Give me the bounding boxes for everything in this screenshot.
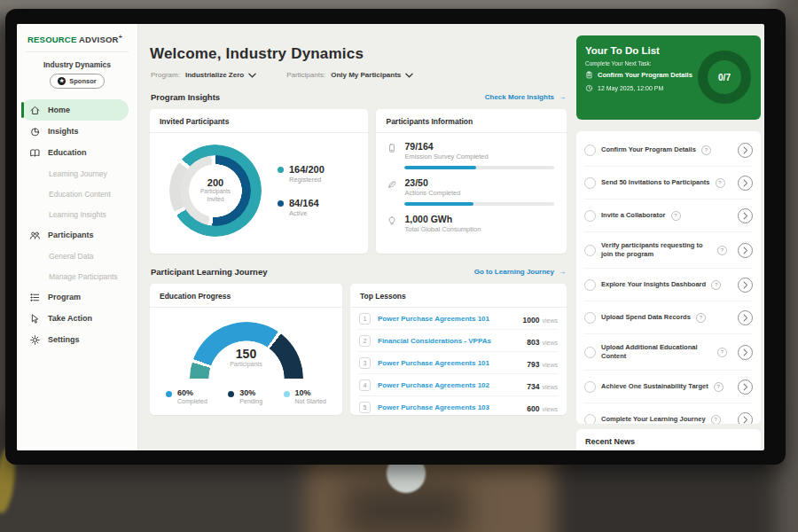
sidebar-item-label: Manage Participants — [49, 272, 118, 281]
task-checkbox[interactable] — [584, 210, 596, 222]
todo-panel: Your To Do List Complete Your Next Task:… — [576, 24, 761, 450]
stat-value: 23/50 — [404, 177, 554, 188]
sidebar-item[interactable]: Insights — [17, 121, 137, 142]
lesson-link[interactable]: Power Purchase Agreements 102 — [378, 381, 520, 389]
stat-icon — [387, 179, 397, 190]
help-icon[interactable]: ? — [711, 415, 721, 425]
task-go-button[interactable] — [738, 176, 753, 191]
stat-value: 79/164 — [404, 141, 554, 152]
task-go-button[interactable] — [738, 243, 753, 258]
todo-task-row[interactable]: Achieve One Sustainability Target ? — [584, 371, 753, 403]
todo-task-row[interactable]: Upload Spend Data Records ? — [584, 301, 753, 334]
todo-task-row[interactable]: Send 50 Invitations to Participants ? — [584, 167, 753, 200]
lesson-link[interactable]: Power Purchase Agreements 101 — [378, 359, 520, 367]
arrow-right-icon: → — [559, 268, 566, 276]
todo-task-row[interactable]: Verify participants requesting to join t… — [584, 232, 753, 269]
sidebar-item-icon — [29, 126, 41, 137]
lesson-rank: 1 — [359, 313, 371, 325]
sidebar-item[interactable]: Manage Participants — [17, 266, 137, 286]
task-label: Achieve One Sustainability Target — [601, 382, 708, 392]
chevron-right-icon — [743, 314, 748, 322]
chevron-right-icon — [743, 348, 748, 356]
page-title: Welcome, Industry Dynamics — [150, 45, 576, 63]
chevron-down-icon — [248, 73, 256, 78]
sidebar-item-icon — [29, 313, 41, 325]
progress-bar — [404, 202, 554, 206]
todo-task-row[interactable]: Invite a Collaborator ? — [584, 200, 753, 232]
sidebar-item[interactable]: Learning Journey — [17, 163, 137, 184]
filter-bar: Program: Industrialize Zero Participants… — [151, 71, 576, 79]
task-checkbox[interactable] — [584, 312, 596, 324]
sidebar-item[interactable]: Education — [17, 142, 137, 163]
stat-row: 23/50 Actions Completed — [376, 169, 567, 206]
lesson-views-word: views — [542, 317, 558, 324]
sidebar-item[interactable]: Settings — [17, 329, 137, 350]
sidebar-item-label: Insights — [48, 127, 79, 136]
todo-task-row[interactable]: Upload Additional Educational Content ? — [584, 334, 753, 371]
lesson-row: 5 Power Purchase Agreements 103 600views — [359, 396, 558, 418]
task-checkbox[interactable] — [584, 245, 596, 256]
sidebar-item[interactable]: Program — [17, 286, 137, 308]
lesson-link[interactable]: Power Purchase Agreements 101 — [378, 315, 516, 323]
logo-plus: + — [119, 34, 122, 40]
sponsor-badge[interactable]: ★ Sponsor — [50, 74, 105, 89]
help-icon[interactable]: ? — [717, 348, 727, 357]
sidebar-item-label: Home — [48, 106, 70, 114]
help-icon[interactable]: ? — [711, 280, 721, 290]
todo-task-row[interactable]: Complete Your Learning Journey ? — [584, 403, 753, 424]
sidebar-item[interactable]: Participants — [17, 224, 137, 246]
sidebar: RESOURCE ADVISOR+ Industry Dynamics ★ Sp… — [17, 24, 138, 450]
sidebar-item[interactable]: Education Content — [17, 184, 137, 204]
task-go-button[interactable] — [738, 278, 753, 293]
task-go-button[interactable] — [738, 345, 753, 360]
legend-dot — [166, 391, 172, 397]
todo-task-row[interactable]: Confirm Your Program Details ? — [584, 134, 753, 167]
go-to-learning-journey-link[interactable]: Go to Learning Journey → — [474, 268, 566, 276]
card-title: Invited Participants — [150, 109, 368, 133]
task-checkbox[interactable] — [584, 414, 596, 425]
help-icon[interactable]: ? — [701, 145, 711, 155]
help-icon[interactable]: ? — [717, 246, 727, 255]
task-checkbox[interactable] — [584, 145, 596, 156]
legend-label: Active — [289, 209, 319, 217]
stat-label: Emission Survey Completed — [404, 153, 554, 160]
check-more-insights-link[interactable]: Check More Insights → — [485, 93, 566, 101]
task-checkbox[interactable] — [584, 177, 596, 189]
chevron-right-icon — [743, 212, 748, 220]
help-icon[interactable]: ? — [671, 211, 681, 221]
lesson-rank: 3 — [359, 357, 371, 369]
legend-value: 84/164 — [289, 198, 319, 208]
sidebar-item[interactable]: Home — [21, 99, 129, 121]
monitor-bezel: RESOURCE ADVISOR+ Industry Dynamics ★ Sp… — [5, 9, 786, 465]
donut-center-label: ParticipantsInvited — [200, 188, 231, 204]
todo-task-row[interactable]: Explore Your Insights Dashboard ? — [584, 269, 753, 301]
todo-summary-card: Your To Do List Complete Your Next Task:… — [576, 35, 761, 120]
sidebar-item[interactable]: Take Action — [17, 308, 137, 329]
sidebar-item[interactable]: General Data — [17, 246, 137, 266]
task-go-button[interactable] — [738, 208, 753, 223]
task-go-button[interactable] — [738, 143, 753, 158]
participants-select[interactable]: Only My Participants — [331, 71, 413, 79]
lesson-link[interactable]: Power Purchase Agreements 103 — [378, 403, 520, 411]
task-checkbox[interactable] — [584, 381, 596, 393]
lesson-views-word: views — [542, 362, 558, 368]
card-title: Top Lessons — [350, 284, 567, 308]
task-go-button[interactable] — [738, 412, 753, 425]
task-label: Verify participants requesting to join t… — [601, 241, 712, 260]
task-go-button[interactable] — [738, 310, 753, 325]
sidebar-item-label: Learning Insights — [49, 210, 106, 219]
program-select[interactable]: Industrialize Zero — [185, 71, 256, 79]
task-checkbox[interactable] — [584, 347, 596, 358]
card-title: Education Progress — [150, 284, 342, 308]
task-label: Send 50 Invitations to Participants — [601, 178, 710, 188]
arrow-right-icon: → — [559, 93, 566, 101]
lesson-link[interactable]: Financial Considerations - VPPAs — [378, 337, 520, 345]
help-icon[interactable]: ? — [716, 178, 725, 188]
task-go-button[interactable] — [738, 379, 753, 395]
sidebar-item-label: Settings — [48, 335, 80, 344]
top-lessons-card: Top Lessons 1 Power Purchase Agreements … — [350, 284, 567, 415]
task-checkbox[interactable] — [584, 279, 596, 291]
sidebar-item[interactable]: Learning Insights — [17, 204, 137, 224]
help-icon[interactable]: ? — [696, 313, 706, 323]
help-icon[interactable]: ? — [714, 382, 724, 392]
